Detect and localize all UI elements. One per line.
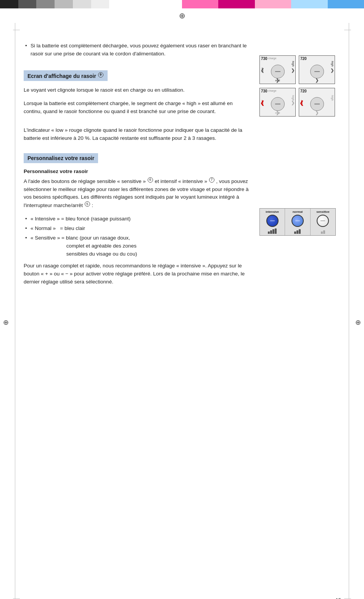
circle-7: 7 xyxy=(209,177,214,183)
color-segment xyxy=(55,0,73,8)
margin-line-right xyxy=(349,23,349,599)
display-730-low-minus xyxy=(275,104,280,104)
display-730-minus xyxy=(275,71,280,72)
color-segment xyxy=(73,0,91,8)
main-content: Si la batterie est complètement déchargé… xyxy=(20,23,344,599)
arrow-bot-720-low: ❯ xyxy=(315,110,319,115)
display-730-low: 730 charge low high mid xyxy=(259,88,296,117)
page-wrapper: ⊕ ⊕ Si la batterie est complètement déch… xyxy=(0,0,364,599)
display-730-normal: 730 charge low high mid xyxy=(259,55,296,84)
display-730-high-label-2: high xyxy=(292,95,295,101)
display-720-low-num: 720 xyxy=(300,89,307,93)
normal-label: normal xyxy=(293,210,303,214)
display-images-top: 730 charge low high mid xyxy=(259,55,340,117)
color-segment xyxy=(237,0,255,8)
color-segment xyxy=(127,0,146,8)
color-segment xyxy=(346,0,364,8)
bar-2 xyxy=(270,230,272,234)
circle-5: 5 xyxy=(85,201,90,207)
color-segment xyxy=(309,0,328,8)
section-ecran-header: Ecran d'affichage du rasoir 9 xyxy=(24,70,108,81)
display-730-circle xyxy=(271,65,285,78)
section-personnalisez-header: Personnalisez votre rasoir xyxy=(24,153,98,163)
display-730-low-circle xyxy=(271,97,285,111)
normal-knob xyxy=(292,215,304,227)
margin-mark-top-right xyxy=(344,30,351,30)
color-segment xyxy=(218,0,237,8)
color-segment xyxy=(36,0,55,8)
section-ecran-para2: Lorsque la batterie est complètement cha… xyxy=(24,100,250,116)
bullet-normal: « Normal » = bleu clair xyxy=(24,225,250,233)
section-personnalisez-title: Personnalisez votre rasoir xyxy=(27,155,94,161)
arrow-left-730: ❮ xyxy=(261,68,264,73)
arrow-left-720-red: ❮ xyxy=(300,100,304,106)
arrow-left-730-red: ❮ xyxy=(260,100,264,106)
color-segment xyxy=(109,0,127,8)
color-segment xyxy=(146,0,164,8)
intensive-bars xyxy=(268,228,277,234)
right-column: 730 charge low high mid xyxy=(256,38,340,598)
display-720-minus xyxy=(314,71,320,72)
intensive-label: intensive xyxy=(266,210,279,214)
display-730-num: 730 xyxy=(261,57,267,61)
section-ecran: Ecran d'affichage du rasoir 9 Le voyant … xyxy=(24,70,250,142)
arrow-right-730-low: ❯ xyxy=(291,100,295,105)
sensitive-bars xyxy=(321,228,325,234)
normal-col: normal xyxy=(285,209,310,235)
arrow-right-730: ❯ xyxy=(291,68,295,73)
page-number: 15 xyxy=(336,597,341,599)
bullet-sensitive: « Sensitive » = blanc (pour un rasage do… xyxy=(24,234,250,258)
intensive-knob xyxy=(266,215,279,227)
display-720-num: 720 xyxy=(300,57,307,61)
section-ecran-para1: Le voyant vert clignote lorsque le rasoi… xyxy=(24,86,250,94)
bar-s2 xyxy=(323,230,325,234)
normal-bars xyxy=(294,228,301,234)
display-720-circle xyxy=(310,65,324,78)
section-personnalisez: Personnalisez votre rasoir Personnalisez… xyxy=(24,153,250,286)
display-720-low: 720 low high ❮ xyxy=(299,88,335,117)
color-segment xyxy=(328,0,346,8)
arrow-bot-730: ❯ xyxy=(276,78,279,83)
knob-line-2 xyxy=(295,220,300,221)
section-ecran-title: Ecran d'affichage du rasoir 9 xyxy=(27,73,104,79)
knob-line xyxy=(270,220,275,221)
section-ecran-para3: L'indicateur « low » rouge clignote quan… xyxy=(24,126,250,142)
display-row-1: 730 charge low high mid xyxy=(259,55,340,84)
color-segment xyxy=(164,0,182,8)
display-730-high-label: high xyxy=(292,61,295,67)
bar-s1 xyxy=(321,232,323,234)
color-segment xyxy=(255,0,273,8)
display-row-2: 730 charge low high mid xyxy=(259,88,340,117)
margin-line-left xyxy=(15,23,15,599)
margin-mark-top-left xyxy=(13,30,20,30)
sensitive-label: sensitive xyxy=(316,210,329,214)
intensity-diagram-container: intensive xyxy=(259,208,340,236)
color-segment xyxy=(18,0,37,8)
display-720-high-label: high xyxy=(331,61,334,67)
compass-right-icon: ⊕ xyxy=(355,318,361,327)
left-margin: ⊕ xyxy=(0,23,20,599)
section-personnalisez-subheading: Personnalisez votre rasoir xyxy=(24,168,250,174)
bar-n3 xyxy=(299,229,301,234)
bullet-intensive: « Intensive » = bleu foncé (rasage puiss… xyxy=(24,215,250,223)
color-segment xyxy=(273,0,292,8)
section-personnalisez-para2: Pour un rasage complet et rapide, nous r… xyxy=(24,262,250,286)
intensive-col: intensive xyxy=(260,209,285,235)
right-margin: ⊕ xyxy=(344,23,364,599)
personnalisez-bullet-list: « Intensive » = bleu foncé (rasage puiss… xyxy=(24,215,250,258)
display-730-low-charge: charge xyxy=(268,89,276,92)
bar-1 xyxy=(268,232,270,234)
color-segment xyxy=(91,0,110,8)
right-col-inner: 730 charge low high mid xyxy=(259,38,340,236)
arrow-right-720: ❯ xyxy=(330,68,334,73)
intro-bullet-item: Si la batterie est complètement déchargé… xyxy=(24,42,250,58)
color-segment xyxy=(0,0,18,8)
color-bar xyxy=(0,0,364,8)
circle-9: 9 xyxy=(98,72,103,78)
display-720-low-circle xyxy=(310,97,324,111)
left-column: Si la batterie est complètement déchargé… xyxy=(24,38,256,598)
compass-top-icon: ⊕ xyxy=(179,11,185,20)
bar-n1 xyxy=(294,232,296,234)
color-segment xyxy=(200,0,219,8)
section-personnalisez-para1: A l'aide des boutons de réglage sensible… xyxy=(24,177,250,210)
